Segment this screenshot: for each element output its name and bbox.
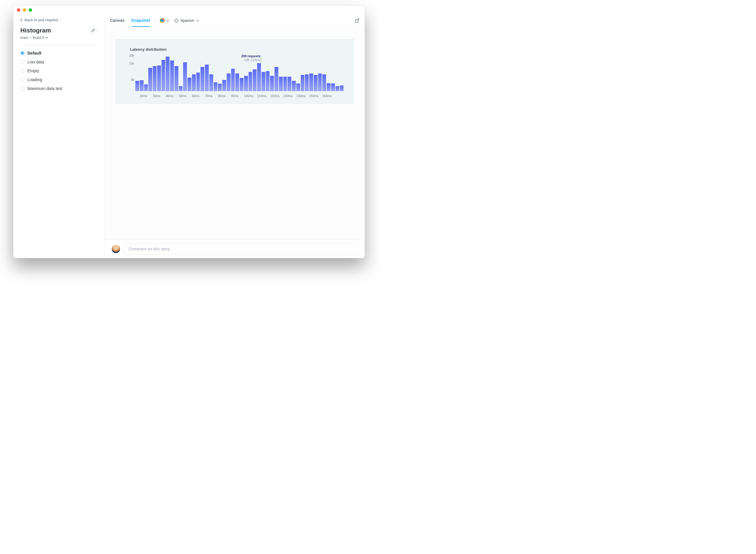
sidebar-story-item[interactable]: Maximum data test <box>20 85 97 92</box>
chart-bar[interactable] <box>140 80 143 91</box>
chart-bar[interactable] <box>288 77 291 91</box>
xtick: 110ms <box>257 94 261 98</box>
copy-link-button[interactable] <box>89 26 97 35</box>
xtick-slot <box>292 94 296 98</box>
sidebar-story-item[interactable]: Loading <box>20 76 97 83</box>
chart-bars-wrap: 209 requests 105–110ms 20ms30ms40ms50ms6… <box>135 56 343 98</box>
app-window: Back to pull request Histogram main – Bu… <box>13 6 365 258</box>
chart-bar[interactable] <box>183 62 187 91</box>
chart-bar[interactable] <box>301 75 305 91</box>
chart-bar[interactable] <box>253 69 256 91</box>
radio-icon <box>20 51 24 55</box>
breadcrumb[interactable]: main – Build 9 <box>20 36 97 40</box>
chart-bar[interactable] <box>170 60 174 91</box>
chart-bar[interactable] <box>292 81 296 91</box>
browser-select[interactable] <box>160 18 169 23</box>
chart-bar[interactable] <box>257 63 261 91</box>
chart-bar[interactable] <box>222 80 226 91</box>
chart-bar[interactable] <box>209 74 213 91</box>
language-select[interactable]: Spanish <box>174 18 199 23</box>
chart-bar[interactable] <box>244 76 248 91</box>
chart-bar[interactable] <box>162 60 166 91</box>
xtick-slot <box>222 94 226 98</box>
avatar[interactable] <box>112 245 120 253</box>
chart-bar[interactable] <box>227 73 231 91</box>
chart-bar[interactable] <box>296 84 300 91</box>
xtick-slot <box>196 94 200 98</box>
chart-bar[interactable] <box>318 73 322 91</box>
comment-input[interactable] <box>124 243 358 255</box>
tab-canvas[interactable]: Canvas <box>110 14 125 27</box>
xtick: 30ms <box>153 94 156 98</box>
chart-bar[interactable] <box>144 85 148 91</box>
chart-bar[interactable] <box>309 73 313 91</box>
chart-bar[interactable] <box>205 65 209 91</box>
app-body: Back to pull request Histogram main – Bu… <box>13 14 365 258</box>
chart-bar[interactable] <box>153 66 156 91</box>
chart-bar[interactable] <box>340 86 343 91</box>
toolbar: CanvasSnapshot Spanish <box>105 14 365 27</box>
chart-bar[interactable] <box>279 77 283 91</box>
chart-bar[interactable] <box>270 76 274 91</box>
chart-bar[interactable] <box>231 69 235 91</box>
story-list: DefaultLow dataEmptyLoadingMaximum data … <box>20 50 97 92</box>
sidebar-story-item[interactable]: Default <box>20 50 97 57</box>
chart-bar[interactable] <box>327 83 330 91</box>
window-close-icon[interactable] <box>17 8 20 12</box>
chart-bar[interactable] <box>218 84 222 91</box>
ytick: 5k <box>131 78 134 81</box>
xtick-slot: 50ms <box>179 94 183 98</box>
chart-plot: 20k15k5k 209 requests 105–110ms 20ms30ms… <box>126 56 343 98</box>
branch-label: main <box>20 36 28 40</box>
chart-bar[interactable] <box>240 78 244 91</box>
chart-bar[interactable] <box>188 77 191 91</box>
xtick-slot <box>188 94 191 98</box>
open-external-button[interactable] <box>355 18 360 23</box>
chart-bar[interactable] <box>322 74 326 91</box>
chart-bars <box>135 56 343 91</box>
chart-bar[interactable] <box>335 86 339 91</box>
chart-bar[interactable] <box>284 77 287 91</box>
chart-bar[interactable] <box>261 72 265 91</box>
sidebar-story-item[interactable]: Low data <box>20 58 97 65</box>
xtick-slot <box>135 94 139 98</box>
chart-bar[interactable] <box>166 57 170 91</box>
radio-icon <box>20 87 24 91</box>
xtick-slot: 160ms <box>322 94 326 98</box>
chart-bar[interactable] <box>157 65 161 91</box>
xtick-slot <box>157 94 161 98</box>
chart-bar[interactable] <box>148 68 152 91</box>
radio-icon <box>20 69 24 73</box>
tab-snapshot[interactable]: Snapshot <box>131 14 150 27</box>
xtick-slot <box>340 94 343 98</box>
xtick-slot: 100ms <box>244 94 248 98</box>
chart-bar[interactable] <box>200 67 204 91</box>
chart-bar[interactable] <box>305 74 309 91</box>
comment-bar <box>105 239 365 258</box>
chart-bar[interactable] <box>175 66 178 91</box>
xtick-slot <box>331 94 335 98</box>
xtick: 80ms <box>218 94 222 98</box>
chart-bar[interactable] <box>179 86 183 91</box>
window-minimize-icon[interactable] <box>23 8 26 12</box>
sidebar-story-item[interactable]: Empty <box>20 67 97 74</box>
chart: Latency distribution 20k15k5k 209 reques… <box>126 47 343 98</box>
chart-bar[interactable] <box>135 81 139 91</box>
xtick: 160ms <box>322 94 326 98</box>
chart-bar[interactable] <box>235 73 239 91</box>
xtick-slot: 30ms <box>153 94 156 98</box>
main: CanvasSnapshot Spanish <box>105 14 365 258</box>
back-link[interactable]: Back to pull request <box>20 18 97 22</box>
chart-bar[interactable] <box>331 84 335 91</box>
xtick-slot: 40ms <box>166 94 170 98</box>
chart-bar[interactable] <box>274 67 278 91</box>
xtick-slot <box>209 94 213 98</box>
window-zoom-icon[interactable] <box>28 8 32 12</box>
chart-bar[interactable] <box>266 71 270 91</box>
chart-bar[interactable] <box>192 74 196 91</box>
chart-bar[interactable] <box>249 72 252 91</box>
xtick-slot <box>214 94 217 98</box>
chart-bar[interactable] <box>314 75 318 91</box>
chart-bar[interactable] <box>214 82 217 91</box>
chart-bar[interactable] <box>196 72 200 91</box>
